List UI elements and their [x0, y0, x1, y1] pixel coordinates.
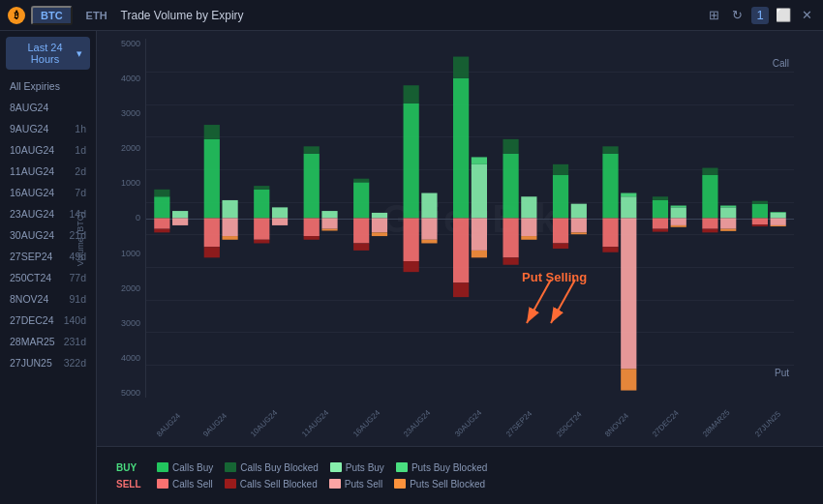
- sidebar-item-16aug24[interactable]: 16AUG247d: [0, 182, 96, 203]
- legend-puts-buy: Puts Buy: [330, 462, 384, 473]
- x-axis-tick: 8AUG24: [155, 411, 182, 438]
- sidebar-days-label: 231d: [64, 336, 86, 347]
- dropdown-arrow-icon: ▾: [76, 47, 82, 60]
- svg-rect-100: [771, 213, 786, 219]
- svg-rect-14: [222, 219, 237, 237]
- calls-sell-blocked-color: [225, 479, 236, 489]
- sidebar-item-9aug24[interactable]: 9AUG241h: [0, 118, 96, 139]
- x-axis-tick: 8NOV24: [603, 411, 630, 438]
- x-axis-tick: 28MAR25: [701, 408, 732, 439]
- svg-rect-64: [553, 175, 568, 219]
- x-axis-tick: 30AUG24: [453, 408, 483, 438]
- sidebar-expiry-label: 10AUG24: [10, 144, 54, 156]
- x-axis: 8AUG249AUG2410AUG2411AUG2416AUG2423AUG24…: [146, 432, 794, 441]
- svg-rect-58: [503, 219, 518, 258]
- y-axis-tick: 1000: [121, 178, 140, 188]
- maximize-icon[interactable]: ⬜: [775, 7, 792, 24]
- legend-area: BUY Calls Buy Calls Buy Blocked Puts Buy: [97, 446, 823, 504]
- svg-rect-34: [353, 219, 369, 244]
- svg-rect-75: [602, 247, 618, 252]
- number-icon[interactable]: 1: [751, 7, 769, 24]
- sidebar-expiry-label: 30AUG24: [10, 229, 54, 241]
- y-axis-label: Volume (BTC): [76, 211, 85, 266]
- sidebar-expiry-label: 9AUG24: [10, 123, 48, 134]
- sidebar-item-250ct24[interactable]: 250CT2477d: [0, 267, 96, 288]
- puts-sell-label: Puts Sell: [345, 479, 382, 489]
- sidebar-expiry-label: 27JUN25: [10, 357, 52, 369]
- sidebar-item-allexpiries[interactable]: All Expiries: [0, 75, 96, 97]
- sidebar-expiry-label: 23AUG24: [10, 208, 54, 220]
- svg-rect-66: [553, 219, 568, 244]
- puts-buy-blocked-label: Puts Buy Blocked: [412, 462, 487, 473]
- sidebar-days-label: 77d: [69, 272, 86, 283]
- bars-chart: [146, 39, 794, 398]
- svg-rect-83: [653, 229, 668, 232]
- sell-label: SELL: [116, 479, 145, 489]
- sidebar-expiry-label: 8AUG24: [10, 102, 48, 113]
- refresh-icon[interactable]: ↻: [728, 7, 746, 24]
- put-label: Put: [775, 368, 789, 378]
- svg-rect-43: [404, 261, 419, 272]
- svg-rect-35: [353, 243, 369, 250]
- svg-rect-87: [671, 225, 686, 227]
- svg-rect-18: [254, 219, 269, 240]
- sidebar-item-10aug24[interactable]: 10AUG241d: [0, 139, 96, 161]
- svg-rect-25: [304, 146, 320, 153]
- x-axis-tick: 250CT24: [555, 410, 584, 439]
- sidebar-item-28mar25[interactable]: 28MAR25231d: [0, 331, 96, 352]
- buy-label: BUY: [116, 462, 145, 473]
- svg-rect-86: [671, 219, 686, 225]
- main-container: Last 24 Hours ▾ All Expiries8AUG249AUG24…: [0, 31, 823, 504]
- svg-rect-102: [771, 219, 786, 225]
- calls-buy-blocked-label: Calls Buy Blocked: [240, 462, 319, 473]
- x-axis-tick: 23AUG24: [402, 408, 432, 438]
- svg-rect-84: [671, 207, 686, 218]
- sidebar-item-27dec24[interactable]: 27DEC24140d: [0, 310, 96, 331]
- svg-rect-96: [752, 204, 768, 219]
- svg-rect-67: [553, 243, 568, 249]
- svg-rect-60: [521, 196, 536, 218]
- x-axis-tick: 9AUG24: [201, 411, 229, 438]
- external-link-icon[interactable]: ⊞: [705, 7, 722, 24]
- svg-rect-4: [172, 211, 188, 218]
- svg-rect-71: [571, 232, 587, 234]
- legend-calls-sell: Calls Sell: [157, 479, 213, 489]
- svg-rect-24: [304, 154, 320, 219]
- sidebar-item-8aug24[interactable]: 8AUG24: [0, 97, 96, 118]
- eth-tab[interactable]: ETH: [78, 8, 115, 23]
- svg-rect-76: [621, 196, 636, 218]
- svg-rect-80: [653, 200, 668, 219]
- svg-rect-47: [421, 240, 437, 244]
- sidebar-item-27jun25[interactable]: 27JUN25322d: [0, 352, 96, 373]
- svg-rect-41: [404, 85, 419, 104]
- svg-rect-91: [702, 229, 717, 233]
- svg-rect-95: [720, 229, 736, 231]
- svg-rect-28: [321, 211, 337, 218]
- svg-rect-42: [404, 219, 419, 262]
- y-axis-tick: 5000: [121, 39, 140, 48]
- sidebar-expiry-label: 27SEP24: [10, 251, 52, 262]
- btc-tab[interactable]: BTC: [31, 6, 73, 25]
- sidebar-item-8nov24[interactable]: 8NOV2491d: [0, 288, 96, 310]
- svg-rect-81: [653, 196, 668, 200]
- calls-sell-blocked-label: Calls Sell Blocked: [240, 479, 318, 489]
- svg-rect-85: [671, 206, 686, 208]
- svg-rect-11: [204, 247, 220, 257]
- sidebar-days-label: 2d: [75, 165, 86, 177]
- sidebar: Last 24 Hours ▾ All Expiries8AUG249AUG24…: [0, 31, 97, 504]
- svg-rect-63: [521, 236, 536, 240]
- svg-rect-32: [353, 182, 369, 218]
- filter-dropdown[interactable]: Last 24 Hours ▾: [6, 37, 90, 70]
- svg-rect-20: [272, 207, 288, 218]
- close-icon[interactable]: ✕: [798, 7, 815, 24]
- sidebar-item-11aug24[interactable]: 11AUG242d: [0, 161, 96, 182]
- svg-rect-82: [653, 219, 668, 229]
- calls-buy-blocked-color: [225, 462, 236, 472]
- title-left: ₿ BTC ETH Trade Volume by Expiry: [8, 6, 244, 25]
- svg-rect-59: [503, 257, 518, 264]
- y-axis-tick: 2000: [121, 283, 140, 293]
- svg-rect-65: [553, 164, 568, 175]
- svg-rect-40: [404, 104, 419, 219]
- svg-rect-48: [453, 78, 469, 219]
- svg-rect-9: [204, 125, 220, 139]
